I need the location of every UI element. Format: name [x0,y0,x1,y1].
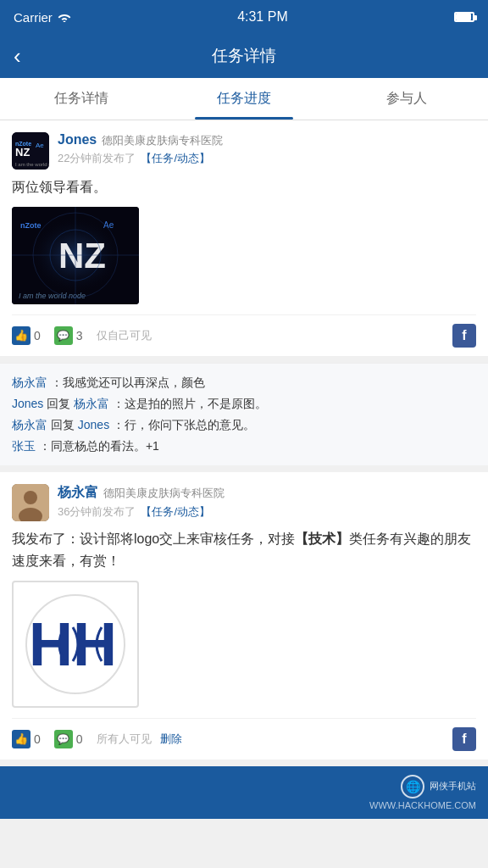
like-icon-2: 👍 [12,730,30,748]
like-action[interactable]: 👍 0 [12,326,41,345]
post-body: 我发布了：设计部将logo交上来审核任务，对接【技术】类任务有兴趣的朋友速度来看… [12,528,476,571]
post-image: nZote NZ I am the world node Ae [12,207,139,304]
comment-line: Jones 回复 杨永富 ：这是拍的照片，不是原图。 [12,393,476,415]
comment-author: 张玉 [12,439,36,453]
tab-participants[interactable]: 参与人 [325,78,488,120]
post-author: Jones [58,132,97,147]
watermark-logo: 🌐 网侠手机站 [401,775,476,798]
post-footer: 👍 0 💬 3 仅自己可见 f [12,314,476,356]
carrier-wifi: Carrier [14,10,71,25]
message-icon-2: 💬 [54,730,73,748]
svg-point-17 [24,491,37,504]
nav-bar: ‹ 任务详情 [0,34,488,78]
post-footer-2: 👍 0 💬 0 所有人可见 删除 f [12,718,476,760]
watermark-url: WWW.HACKHOME.COM [369,800,476,810]
post-image-logo: HH [12,581,139,708]
post-meta: 杨永富 德阳美康皮肤病专科医院 36分钟前发布了 【任务/动态】 [58,484,476,520]
message-count: 3 [76,329,83,342]
post-org: 德阳美康皮肤病专科医院 [102,133,223,148]
post-body: 两位领导看看。 [12,176,476,198]
comments-section: 杨永富 ：我感觉还可以再深点，颜色 Jones 回复 杨永富 ：这是拍的照片，不… [0,363,488,466]
tab-bar: 任务详情 任务进度 参与人 [0,78,488,120]
post-time: 36分钟前发布了 [58,504,136,520]
back-button[interactable]: ‹ [14,45,21,67]
like-icon: 👍 [12,326,30,345]
delete-button[interactable]: 删除 [160,732,182,745]
comment-author: 杨永富 [12,418,47,431]
tab-progress[interactable]: 任务进度 [163,78,325,120]
message-action[interactable]: 💬 3 [54,326,83,345]
status-time: 4:31 PM [237,9,288,25]
carrier-label: Carrier [14,10,53,25]
post-card: 杨永富 德阳美康皮肤病专科医院 36分钟前发布了 【任务/动态】 我发布了：设计… [0,472,488,759]
message-icon: 💬 [54,326,73,345]
post-tag: 【任务/动态】 [141,151,210,166]
svg-text:nZote: nZote [20,221,42,230]
svg-text:NZ: NZ [58,236,106,275]
svg-text:Ae: Ae [36,142,44,149]
post-author: 杨永富 [58,484,98,502]
like-count: 0 [34,329,41,342]
svg-text:I am the world node: I am the world node [15,162,49,167]
facebook-button[interactable]: f [452,324,476,348]
page-title: 任务详情 [212,45,276,67]
svg-text:HH: HH [29,610,117,678]
battery-icon [454,12,474,22]
wifi-icon [58,12,71,22]
svg-point-0 [63,21,65,23]
like-action-2[interactable]: 👍 0 [12,730,41,748]
svg-text:NZ: NZ [15,146,30,159]
battery-area [454,12,474,22]
comment-reply-to: Jones [78,418,109,431]
like-count-2: 0 [34,732,41,746]
tab-detail[interactable]: 任务详情 [0,78,163,120]
avatar: nZote NZ I am the world node Ae [12,132,49,170]
visibility-label: 仅自己可见 [97,328,452,343]
post-meta: Jones 德阳美康皮肤病专科医院 22分钟前发布了 【任务/动态】 [58,132,476,166]
status-bar: Carrier 4:31 PM [0,0,488,34]
visibility-label-2: 所有人可见 删除 [97,732,452,747]
globe-icon: 🌐 [401,775,424,798]
watermark-name: 网侠手机站 [430,780,476,793]
post-org: 德阳美康皮肤病专科医院 [103,486,225,501]
comment-line: 杨永富 回复 Jones ：行，你问下张总的意见。 [12,415,476,436]
comment-line: 杨永富 ：我感觉还可以再深点，颜色 [12,372,476,393]
comment-line: 张玉 ：同意杨总的看法。+1 [12,436,476,457]
comment-author: Jones [12,397,43,410]
post-header: nZote NZ I am the world node Ae Jones 德阳… [12,132,476,170]
message-action-2[interactable]: 💬 0 [54,730,83,748]
post-header: 杨永富 德阳美康皮肤病专科医院 36分钟前发布了 【任务/动态】 [12,484,476,521]
content-area: nZote NZ I am the world node Ae Jones 德阳… [0,120,488,760]
post-tag: 【任务/动态】 [141,504,210,520]
avatar [12,484,49,521]
comment-reply-to: 杨永富 [74,397,109,410]
watermark-bar: 🌐 网侠手机站 WWW.HACKHOME.COM [0,766,488,819]
message-count-2: 0 [76,732,83,746]
facebook-button-2[interactable]: f [452,727,476,751]
post-time: 22分钟前发布了 [58,151,136,166]
comment-author: 杨永富 [12,376,47,389]
post-card: nZote NZ I am the world node Ae Jones 德阳… [0,120,488,356]
